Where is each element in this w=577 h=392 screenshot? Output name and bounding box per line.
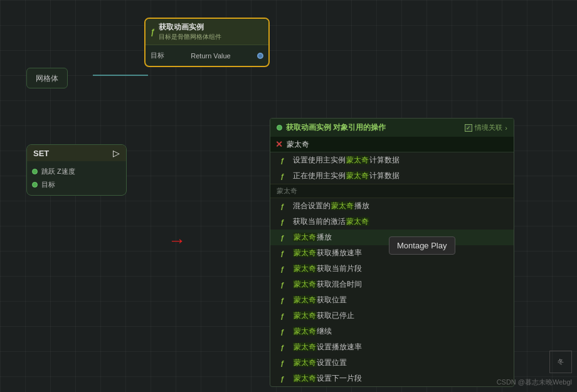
node-mesh: 网格体	[26, 68, 68, 88]
node-get-anim: ƒ 获取动画实例 目标是骨骼网格体组件 目标 Return Value	[144, 18, 270, 67]
menu-category: 蒙太奇	[270, 184, 514, 198]
item-text: 蒙太奇获取播放速率	[293, 248, 362, 258]
node-get-anim-subtitle: 目标是骨骼网格体组件	[159, 33, 221, 41]
list-item[interactable]: ƒ 蒙太奇设置播放速率	[270, 339, 514, 355]
node-function-icon: ƒ	[151, 28, 155, 36]
function-icon: ƒ	[280, 250, 289, 257]
node-set-body: 跳跃 Z速度 目标	[27, 161, 126, 195]
pin-dot-green-1	[32, 169, 38, 174]
pin-row-target: 目标 Return Value	[151, 49, 263, 62]
dropdown-panel: 获取动画实例 对象引用的操作 ✓ 情境关联 › ✕ ƒ 设置使用主实例蒙太奇计算…	[270, 118, 514, 387]
chevron-right-icon: ›	[505, 124, 507, 132]
watermark: CSDN @暮志未晚Webgl	[497, 378, 572, 387]
pin-return-label: Return Value	[191, 52, 230, 60]
panel-header-dot	[277, 125, 282, 130]
function-icon: ƒ	[280, 265, 289, 273]
list-item[interactable]: ƒ 蒙太奇获取位置	[270, 292, 514, 308]
node-set-title: SET	[33, 149, 49, 158]
panel-header: 获取动画实例 对象引用的操作 ✓ 情境关联 ›	[270, 119, 514, 137]
list-item[interactable]: ƒ 蒙太奇继续	[270, 324, 514, 339]
function-icon: ƒ	[280, 203, 289, 210]
corner-text: 冬	[558, 358, 564, 366]
panel-header-title: 获取动画实例 对象引用的操作	[286, 122, 386, 133]
corner-decoration: 冬	[549, 351, 572, 373]
set-pin-label-1: 跳跃 Z速度	[41, 167, 75, 176]
search-clear-icon[interactable]: ✕	[275, 139, 283, 149]
list-item[interactable]: ƒ 蒙太奇获取播放速率	[270, 245, 514, 261]
node-get-anim-body: 目标 Return Value	[146, 45, 268, 66]
node-set: SET ▷ 跳跃 Z速度 目标	[26, 144, 127, 196]
item-text: 混合设置的蒙太奇播放	[293, 201, 369, 211]
item-text: 获取当前的激活蒙太奇	[293, 216, 369, 227]
function-icon: ƒ	[280, 234, 289, 241]
pin-target-label: 目标	[151, 51, 164, 60]
list-item[interactable]: ƒ 蒙太奇获取当前片段	[270, 261, 514, 277]
list-item[interactable]: ƒ 获取当前的激活蒙太奇	[270, 214, 514, 230]
watermark-text: CSDN @暮志未晚Webgl	[497, 378, 572, 386]
exec-arrow-icon: ▷	[113, 148, 120, 158]
item-text: 蒙太奇设置下一片段	[293, 373, 362, 384]
list-item[interactable]: ƒ 蒙太奇设置下一片段	[270, 371, 514, 386]
search-bar: ✕	[270, 137, 514, 152]
node-mesh-label: 网格体	[36, 74, 58, 83]
context-checkbox[interactable]: ✓	[465, 124, 472, 132]
list-item[interactable]: ƒ 蒙太奇获取混合时间	[270, 277, 514, 292]
panel-context-tag[interactable]: ✓ 情境关联 ›	[465, 123, 507, 132]
node-get-anim-header: ƒ 获取动画实例 目标是骨骼网格体组件	[146, 19, 268, 45]
list-item[interactable]: ƒ 蒙太奇获取已停止	[270, 308, 514, 324]
context-label: 情境关联	[475, 123, 502, 132]
function-icon: ƒ	[280, 218, 289, 226]
function-icon: ƒ	[280, 328, 289, 336]
node-set-header: SET ▷	[27, 145, 126, 161]
function-icon: ƒ	[280, 344, 289, 351]
item-text: 设置使用主实例蒙太奇计算数据	[293, 155, 400, 166]
function-icon: ƒ	[280, 157, 289, 164]
item-text: 蒙太奇获取混合时间	[293, 279, 362, 290]
list-item[interactable]: ƒ 设置使用主实例蒙太奇计算数据	[270, 152, 514, 168]
item-text: 蒙太奇获取位置	[293, 295, 347, 305]
set-pin-label-2: 目标	[41, 180, 55, 189]
function-icon: ƒ	[280, 312, 289, 320]
menu-list[interactable]: ƒ 设置使用主实例蒙太奇计算数据 ƒ 正在使用主实例蒙太奇计算数据 蒙太奇 ƒ …	[270, 152, 514, 386]
function-icon: ƒ	[280, 359, 289, 367]
set-pin-row-1: 跳跃 Z速度	[32, 165, 121, 178]
item-text: 蒙太奇设置播放速率	[293, 342, 362, 352]
function-icon: ƒ	[280, 172, 289, 180]
item-text: 蒙太奇获取已停止	[293, 310, 354, 321]
list-item-selected[interactable]: ƒ 蒙太奇播放	[270, 230, 514, 245]
pin-return-dot	[257, 53, 263, 59]
list-item[interactable]: ƒ 正在使用主实例蒙太奇计算数据	[270, 168, 514, 184]
function-icon: ƒ	[280, 375, 289, 383]
item-text: 蒙太奇设置位置	[293, 358, 347, 368]
function-icon: ƒ	[280, 281, 289, 289]
list-item[interactable]: ƒ 蒙太奇设置位置	[270, 355, 514, 371]
item-text: 蒙太奇获取当前片段	[293, 263, 362, 274]
function-icon: ƒ	[280, 297, 289, 304]
search-input[interactable]	[287, 140, 509, 149]
list-item[interactable]: ƒ 混合设置的蒙太奇播放	[270, 198, 514, 214]
pin-dot-green-2	[32, 182, 38, 188]
set-pin-row-2: 目标	[32, 178, 121, 191]
item-text: 蒙太奇播放	[293, 232, 332, 243]
item-text: 正在使用主实例蒙太奇计算数据	[293, 171, 400, 181]
node-get-anim-title: 获取动画实例	[159, 22, 221, 33]
item-text: 蒙太奇继续	[293, 326, 332, 337]
